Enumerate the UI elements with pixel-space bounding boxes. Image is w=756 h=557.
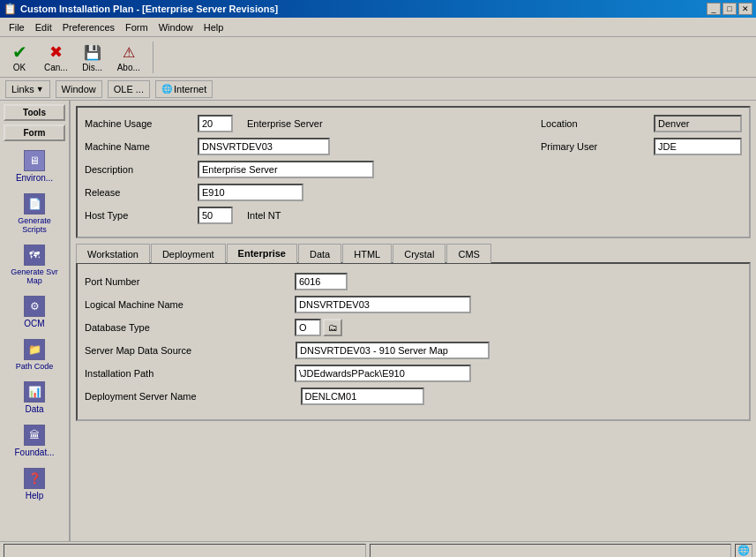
menu-file[interactable]: File: [4, 20, 30, 34]
database-type-row: Database Type 🗂: [85, 319, 742, 336]
description-label: Description: [85, 164, 191, 175]
machine-usage-input[interactable]: [198, 115, 233, 132]
sidebar-item-data[interactable]: 📊 Data: [4, 376, 65, 418]
deployment-server-label: Deployment Server Name: [85, 391, 197, 402]
title-bar-icon: 📋: [4, 3, 17, 15]
tools-section[interactable]: Tools: [4, 104, 65, 121]
database-type-label: Database Type: [85, 322, 191, 333]
browse-icon: 🗂: [328, 322, 338, 333]
main-container: Tools Form 🖥 Environ... 📄 Generate Scrip…: [0, 101, 756, 541]
description-row: Description: [85, 161, 742, 178]
tab-data[interactable]: Data: [298, 244, 341, 263]
links-bar: Links ▼ Window OLE ... 🌐 Internet: [0, 78, 756, 101]
cancel-icon: ✖: [45, 41, 66, 63]
port-number-label: Port Number: [85, 276, 191, 287]
logical-machine-input[interactable]: [295, 296, 471, 313]
machine-usage-row: Machine Usage Enterprise Server Location: [85, 115, 742, 132]
sidebar-item-path-code[interactable]: 📁 Path Code: [4, 334, 65, 374]
ok-button[interactable]: ✔ OK: [5, 40, 34, 74]
tab-html[interactable]: HTML: [342, 244, 392, 263]
environ-icon: 🖥: [22, 148, 47, 173]
host-type-desc: Intel NT: [247, 210, 281, 221]
primary-user-input[interactable]: [654, 138, 742, 155]
logical-machine-label: Logical Machine Name: [85, 299, 191, 310]
toolbar: ✔ OK ✖ Can... 💾 Dis... ⚠ Abo...: [0, 37, 756, 78]
enterprise-tab-content: Port Number Logical Machine Name Databas…: [76, 262, 751, 421]
status-center: [370, 544, 732, 558]
toolbar-separator: [153, 41, 153, 73]
status-bar: 🌐: [0, 541, 756, 557]
machine-usage-group: Machine Usage Enterprise Server: [85, 115, 323, 132]
machine-name-group: Machine Name: [85, 138, 330, 155]
close-button[interactable]: ✕: [738, 3, 752, 15]
about-button[interactable]: ⚠ Abo...: [114, 40, 144, 74]
sidebar-item-help[interactable]: ❓ Help: [4, 463, 65, 504]
location-label: Location: [541, 118, 647, 129]
machine-name-input[interactable]: [198, 138, 330, 155]
globe-icon: 🌐: [735, 544, 752, 558]
sidebar-item-generate-svr-map[interactable]: 🗺 Generate Svr Map: [4, 239, 65, 289]
installation-path-row: Installation Path: [85, 365, 742, 382]
deployment-server-row: Deployment Server Name: [85, 388, 742, 405]
help-icon: ❓: [22, 466, 47, 491]
machine-name-row: Machine Name Primary User: [85, 138, 742, 155]
links-arrow-icon: ▼: [36, 85, 44, 94]
deployment-server-input[interactable]: [301, 388, 424, 405]
links-button[interactable]: Links ▼: [5, 80, 50, 98]
tab-enterprise[interactable]: Enterprise: [227, 244, 297, 263]
path-code-icon: 📁: [22, 337, 47, 362]
discard-button[interactable]: 💾 Dis...: [79, 40, 107, 74]
menu-form[interactable]: Form: [120, 20, 153, 34]
primary-user-group: Primary User: [541, 138, 742, 155]
title-bar-title: Custom Installation Plan - [Enterprise S…: [20, 4, 278, 14]
tab-crystal[interactable]: Crystal: [393, 244, 445, 263]
menu-preferences[interactable]: Preferences: [57, 20, 120, 34]
about-icon: ⚠: [118, 41, 139, 63]
server-map-row: Server Map Data Source: [85, 342, 742, 359]
menu-bar: File Edit Preferences Form Window Help: [0, 18, 756, 37]
server-map-input[interactable]: [296, 342, 490, 359]
installation-path-input[interactable]: [295, 365, 471, 382]
internet-button[interactable]: 🌐 Internet: [155, 80, 213, 98]
location-group: Location: [541, 115, 742, 132]
ocm-icon: ⚙: [22, 294, 47, 319]
sidebar-item-ocm[interactable]: ⚙ OCM: [4, 290, 65, 332]
cancel-button[interactable]: ✖ Can...: [41, 40, 71, 74]
logical-machine-row: Logical Machine Name: [85, 296, 742, 313]
sidebar-item-environ[interactable]: 🖥 Environ...: [4, 145, 65, 186]
tab-workstation[interactable]: Workstation: [76, 244, 150, 263]
primary-user-label: Primary User: [541, 141, 647, 152]
menu-help[interactable]: Help: [198, 20, 229, 34]
data-icon: 📊: [22, 380, 47, 404]
about-label: Abo...: [117, 63, 140, 72]
window-button[interactable]: Window: [56, 80, 102, 98]
discard-label: Dis...: [82, 63, 102, 72]
ole-button[interactable]: OLE ...: [108, 80, 150, 98]
sidebar-item-generate-scripts[interactable]: 📄 Generate Scripts: [4, 188, 65, 237]
description-input[interactable]: [198, 161, 374, 178]
ok-icon: ✔: [9, 41, 30, 63]
tab-cms[interactable]: CMS: [446, 244, 490, 263]
database-type-input[interactable]: [295, 319, 321, 336]
menu-edit[interactable]: Edit: [30, 20, 57, 34]
host-type-input[interactable]: [198, 207, 233, 224]
menu-window[interactable]: Window: [153, 20, 198, 34]
database-type-browse-button[interactable]: 🗂: [323, 319, 342, 336]
tab-deployment[interactable]: Deployment: [151, 244, 226, 263]
content-area: Machine Usage Enterprise Server Location…: [71, 101, 756, 541]
host-type-label: Host Type: [85, 210, 191, 221]
release-input[interactable]: [198, 184, 303, 201]
cancel-label: Can...: [44, 63, 68, 72]
sidebar-item-foundat[interactable]: 🏛 Foundat...: [4, 419, 65, 461]
sidebar: Tools Form 🖥 Environ... 📄 Generate Scrip…: [0, 101, 71, 541]
port-number-input[interactable]: [295, 273, 348, 290]
status-left: [4, 544, 366, 558]
machine-usage-label: Machine Usage: [85, 118, 191, 129]
maximize-button[interactable]: □: [722, 3, 737, 15]
discard-icon: 💾: [82, 41, 103, 63]
form-section[interactable]: Form: [4, 124, 65, 141]
release-label: Release: [85, 187, 191, 198]
generate-svr-map-icon: 🗺: [22, 243, 47, 267]
minimize-button[interactable]: _: [707, 3, 721, 15]
server-map-label: Server Map Data Source: [85, 345, 191, 356]
